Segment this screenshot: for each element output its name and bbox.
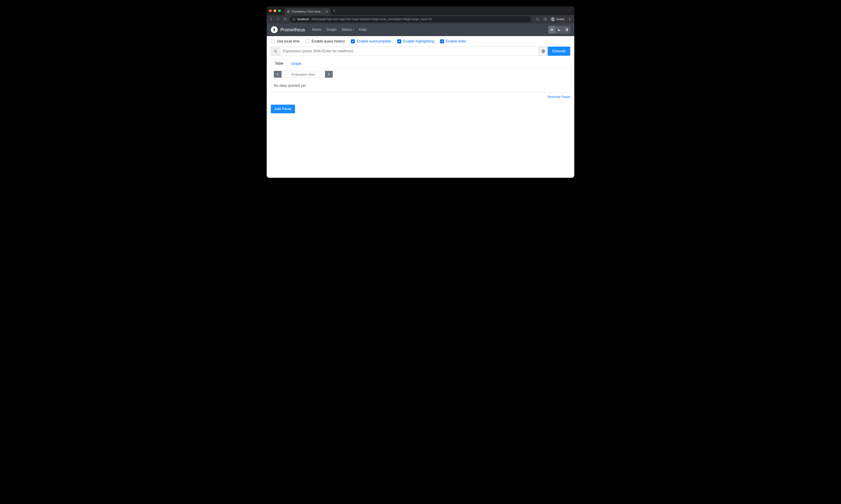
expression-row: Execute [271,47,570,56]
metrics-explorer-button[interactable] [539,47,548,56]
result-tabs: Table Graph [271,59,570,68]
option-label: Enable highlighting [403,39,434,43]
zoom-icon[interactable] [535,17,540,21]
checkbox-icon [306,39,310,43]
checkbox-checked-icon [351,39,355,43]
results-panel: No data queried yet [271,68,570,92]
tab-table[interactable]: Table [271,59,287,68]
eval-time-next-button[interactable] [325,71,333,78]
main-nav: Alerts Graph Status ▾ Help [312,28,366,32]
profile-button[interactable]: Guest [551,17,564,21]
panel-icon[interactable] [543,17,548,21]
svg-point-11 [551,29,552,30]
query-options-row: Use local time Enable query history Enab… [271,39,570,43]
nav-help[interactable]: Help [359,28,366,32]
theme-toggle [548,26,570,34]
option-use-local-time[interactable]: Use local time [271,39,300,43]
tab-title: Prometheus Time Series Collec [292,10,324,13]
theme-light-button[interactable] [548,26,556,34]
window-controls [269,10,281,12]
svg-point-4 [537,18,538,20]
caret-down-icon: ▾ [353,29,354,31]
svg-point-7 [552,18,554,19]
close-icon[interactable] [326,11,328,13]
option-enable-query-history[interactable]: Enable query history [306,39,345,43]
browser-tabstrip: Prometheus Time Series Collec + ﹀ [267,6,574,15]
results-empty-message: No data queried yet [274,84,567,88]
window-minimize-icon[interactable] [273,10,276,12]
svg-point-10 [570,20,570,20]
evaluation-time-input[interactable] [282,71,325,78]
nav-reload-button[interactable] [283,17,287,21]
execute-button[interactable]: Execute [548,47,570,56]
svg-point-9 [570,19,570,19]
nav-back-button[interactable] [269,17,273,21]
prometheus-logo-icon [271,26,278,33]
kebab-menu-icon[interactable] [568,17,572,21]
nav-graph[interactable]: Graph [326,28,336,32]
expression-input[interactable] [280,47,539,56]
profile-label: Guest [556,17,564,21]
page-content: Use local time Enable query history Enab… [267,36,574,178]
checkbox-checked-icon [440,39,444,43]
browser-tab[interactable]: Prometheus Time Series Collec [285,8,330,15]
avatar-icon [551,17,555,21]
nav-status-label: Status [341,28,352,32]
option-enable-highlighting[interactable]: Enable highlighting [397,39,434,43]
svg-point-13 [274,50,276,52]
theme-auto-button[interactable] [563,26,570,34]
remove-panel-link[interactable]: Remove Panel [548,95,570,99]
nav-forward-button[interactable] [276,17,281,21]
tabs-overflow-icon[interactable]: ﹀ [568,9,571,13]
window-close-icon[interactable] [269,10,272,12]
tab-graph[interactable]: Graph [287,59,305,68]
option-label: Use local time [277,39,300,43]
add-panel-button[interactable]: Add Panel [271,105,295,113]
brand-title: Prometheus [281,27,305,33]
new-tab-button[interactable]: + [333,9,336,13]
browser-toolbar: localhost:9090/graph?g0.expr=&g0.tab=1&g… [267,15,574,23]
site-info-icon [292,18,296,21]
nav-status[interactable]: Status ▾ [341,28,354,32]
brand[interactable]: Prometheus [271,26,305,33]
checkbox-checked-icon [397,39,401,43]
window-zoom-icon[interactable] [278,10,281,12]
search-icon [271,47,280,56]
svg-rect-5 [544,18,547,20]
option-label: Enable linter [446,39,466,43]
url-path: :9090/graph?g0.expr=&g0.tab=1&g0.stacked… [311,17,432,21]
theme-dark-button[interactable] [556,26,563,34]
app-header: Prometheus Alerts Graph Status ▾ Help [267,23,574,36]
eval-time-prev-button[interactable] [274,71,282,78]
nav-alerts[interactable]: Alerts [312,28,321,32]
option-label: Enable query history [311,39,345,43]
option-label: Enable autocomplete [357,39,391,43]
globe-icon [287,10,290,13]
evaluation-time-control [274,71,333,78]
svg-point-8 [570,18,570,18]
browser-window: Prometheus Time Series Collec + ﹀ localh… [267,6,574,178]
address-bar[interactable]: localhost:9090/graph?g0.expr=&g0.tab=1&g… [289,16,531,22]
option-enable-autocomplete[interactable]: Enable autocomplete [351,39,391,43]
option-enable-linter[interactable]: Enable linter [440,39,466,43]
checkbox-icon [271,39,275,43]
url-host: localhost [297,17,309,21]
